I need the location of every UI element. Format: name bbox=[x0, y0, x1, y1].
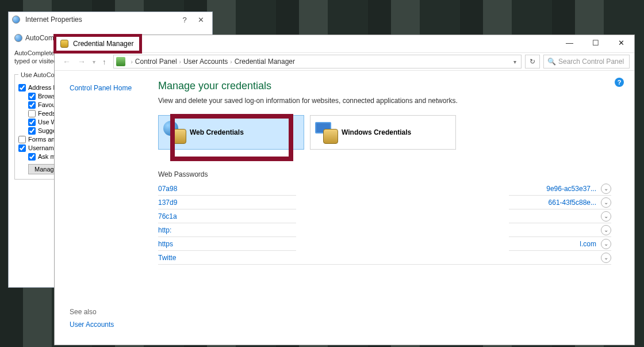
history-dropdown[interactable]: ▾ bbox=[89, 59, 99, 65]
breadcrumb-credential-manager[interactable]: Credential Manager bbox=[235, 58, 295, 66]
control-panel-icon bbox=[116, 57, 125, 66]
desc-text: typed or visited bbox=[14, 58, 57, 64]
web-credentials-icon bbox=[163, 121, 186, 144]
chevron-down-icon[interactable]: ⌄ bbox=[601, 197, 611, 208]
chevron-down-icon[interactable]: ⌄ bbox=[601, 225, 611, 235]
windows-credentials-label: Windows Credentials bbox=[342, 128, 411, 136]
web-credentials-label: Web Credentials bbox=[190, 128, 244, 136]
breadcrumb-control-panel[interactable]: Control Panel bbox=[135, 58, 177, 66]
address-toolbar: ← → ▾ ↑ › Control Panel › User Accounts … bbox=[55, 52, 634, 71]
sidebar: Control Panel Home See also User Account… bbox=[55, 71, 158, 345]
globe-icon bbox=[12, 16, 20, 24]
search-input[interactable]: 🔍 Search Control Panel bbox=[543, 55, 630, 68]
page-subtext: View and delete your saved log-on inform… bbox=[158, 97, 611, 105]
desc-text: AutoComplete bbox=[14, 49, 55, 56]
address-bar[interactable]: › Control Panel › User Accounts › Creden… bbox=[113, 55, 522, 68]
search-placeholder: Search Control Panel bbox=[558, 58, 624, 66]
up-button[interactable]: ↑ bbox=[99, 58, 110, 66]
breadcrumb-user-accounts[interactable]: User Accounts bbox=[183, 58, 228, 66]
windows-credentials-icon bbox=[315, 121, 338, 144]
chevron-down-icon[interactable]: ⌄ bbox=[601, 184, 611, 194]
windows-credentials-tab[interactable]: Windows Credentials bbox=[310, 115, 456, 150]
chevron-down-icon[interactable]: ⌄ bbox=[601, 211, 611, 222]
maximize-button[interactable]: ☐ bbox=[582, 35, 608, 52]
credential-manager-window: Credential Manager — ☐ ✕ ← → ▾ ↑ › Contr… bbox=[54, 35, 635, 345]
web-credentials-tab[interactable]: Web Credentials bbox=[158, 115, 304, 150]
tab-label: AutoComp bbox=[25, 34, 58, 42]
chevron-down-icon[interactable]: ⌄ bbox=[601, 253, 611, 263]
cm-titlebar[interactable]: Credential Manager — ☐ ✕ bbox=[55, 35, 634, 52]
forward-button[interactable]: → bbox=[74, 57, 89, 66]
globe-icon bbox=[14, 34, 22, 42]
credential-manager-icon bbox=[60, 40, 68, 48]
cm-window-title: Credential Manager bbox=[73, 40, 133, 48]
minimize-button[interactable]: — bbox=[557, 35, 582, 52]
close-button[interactable]: ✕ bbox=[608, 35, 634, 52]
control-panel-home-link[interactable]: Control Panel Home bbox=[70, 84, 132, 92]
ie-window-title: Internet Properties bbox=[25, 16, 82, 24]
see-also-label: See also bbox=[70, 308, 114, 316]
user-accounts-link[interactable]: User Accounts bbox=[70, 321, 114, 329]
help-button[interactable]: ? bbox=[177, 16, 193, 24]
close-button[interactable]: ✕ bbox=[193, 16, 209, 24]
chevron-down-icon[interactable]: ⌄ bbox=[601, 239, 611, 249]
page-heading: Manage your credentials bbox=[158, 80, 611, 92]
addressbar-dropdown[interactable]: ▾ bbox=[511, 59, 519, 65]
refresh-button[interactable]: ↻ bbox=[525, 55, 540, 68]
back-button[interactable]: ← bbox=[59, 57, 74, 66]
ie-titlebar[interactable]: Internet Properties ? ✕ bbox=[9, 12, 212, 27]
search-icon: 🔍 bbox=[547, 58, 556, 66]
